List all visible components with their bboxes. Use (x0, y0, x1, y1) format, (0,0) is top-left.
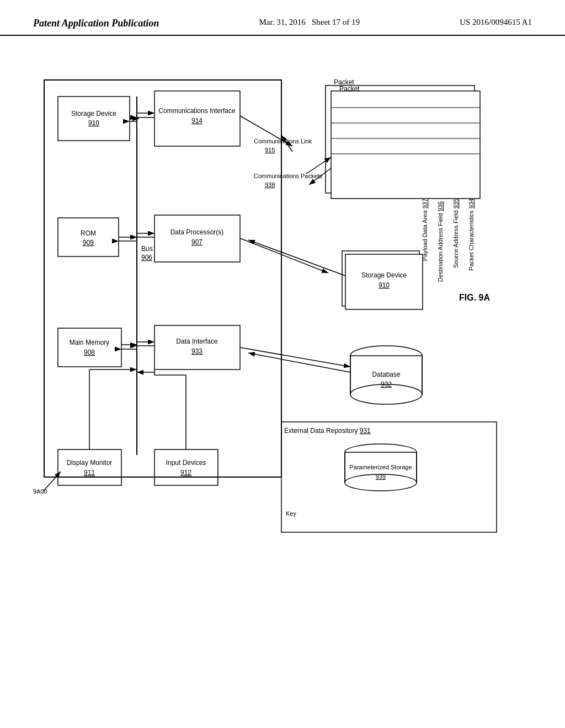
data-proc-label: Data Processor(s) (170, 228, 224, 236)
fig-label: FIG. 9A (459, 293, 490, 302)
svg-line-56 (248, 240, 345, 276)
bus-num: 906 (141, 254, 152, 261)
src-addr-label: Source Address Field 935 (452, 199, 459, 268)
comm-interface-num: 914 (191, 117, 202, 125)
svg-line-58 (248, 353, 350, 372)
rom-num: 909 (83, 239, 94, 247)
page-header: Patent Application Publication Mar. 31, … (0, 0, 565, 36)
svg-line-55 (240, 238, 328, 273)
comm-interface-label: Communications Interface (158, 107, 236, 115)
svg-line-57 (240, 347, 350, 367)
comm-link-num: 915 (265, 147, 275, 153)
main-mem-label: Main Memory (70, 339, 110, 346)
svg-rect-33 (331, 91, 480, 199)
input-dev-num: 912 (180, 469, 191, 477)
svg-rect-11 (58, 449, 121, 485)
diagram-area: Storage Device 910 Communications Interf… (0, 36, 565, 698)
packet-label-front: Packet (339, 85, 360, 93)
bus-label: Bus (141, 245, 153, 253)
ext-data-repo-label: External Data Repository 931 (284, 427, 371, 435)
data-iface-num: 933 (191, 347, 202, 355)
packet-char-label: Packet Characteristics 934 (468, 199, 475, 271)
svg-rect-7 (58, 218, 119, 256)
diagram-svg: Storage Device 910 Communications Interf… (0, 36, 565, 698)
main-mem-num: 908 (84, 349, 95, 356)
comm-packets-label: Communications Packets (254, 173, 323, 179)
key-label: Key (286, 510, 296, 517)
storage-device-label: Storage Device (71, 110, 116, 117)
header-center: Mar. 31, 2016 Sheet 17 of 19 (259, 18, 360, 27)
svg-rect-3 (44, 80, 281, 477)
comm-packets-num: 938 (265, 181, 275, 188)
svg-rect-9 (58, 328, 121, 367)
param-storage-label: Parameterized Storage (349, 464, 412, 470)
data-proc-num: 907 (191, 238, 202, 246)
header-left: Patent Application Publication (33, 18, 159, 29)
param-storage-num: 939 (376, 473, 386, 480)
storage-device-num: 910 (88, 119, 99, 127)
data-iface-label: Data Interface (176, 338, 218, 345)
input-dev-label: Input Devices (166, 459, 206, 467)
header-right: US 2016/0094615 A1 (460, 18, 532, 27)
display-label: Display Monitor (67, 459, 113, 467)
rom-label: ROM (81, 229, 96, 237)
dst-addr-label: Destination Address Field 936 (437, 201, 444, 282)
database-num: 932 (381, 381, 392, 388)
database-label: Database (372, 371, 401, 378)
comm-link-label: Communications Link (254, 138, 312, 144)
storage-device-right-label: Storage Device (361, 271, 407, 279)
svg-rect-12 (154, 449, 218, 485)
svg-rect-4 (58, 97, 130, 141)
payload-label: Payload Data Area 937 (422, 199, 428, 261)
storage-device-right-num: 910 (379, 281, 390, 289)
display-num: 911 (84, 469, 95, 477)
